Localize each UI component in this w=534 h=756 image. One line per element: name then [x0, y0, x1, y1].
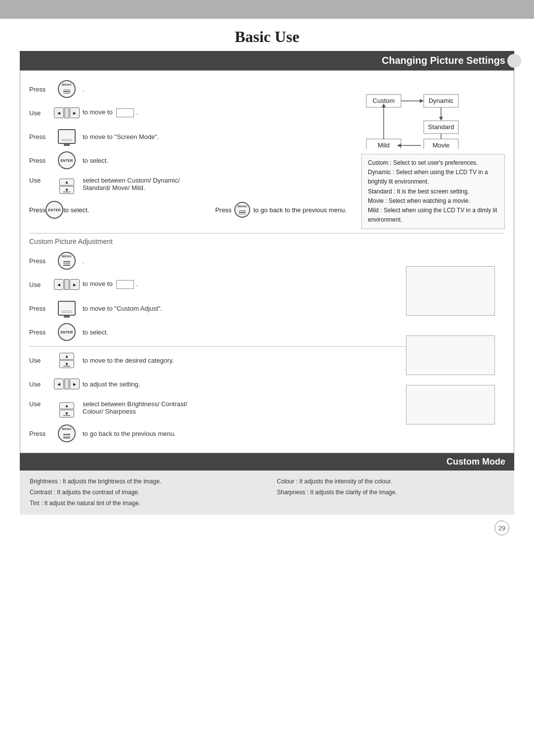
s2-menu-button-icon-2[interactable]: MENU — [58, 425, 76, 442]
instr-text-4: to select. — [80, 157, 347, 164]
s2-icon-ud-2: ▲ ▼ — [54, 400, 80, 419]
section2-instructions: Press MENU — [29, 251, 406, 448]
bottom-info-col1: Brightness : It adjusts the brightness o… — [30, 476, 257, 509]
section2-content: Custom Picture Adjustment Press MENU — [29, 237, 505, 448]
page-title-section: Basic Use — [0, 28, 534, 46]
section-divider-1 — [29, 233, 505, 234]
enter-button-icon[interactable]: ENTER — [58, 151, 76, 169]
instr-row-1: Press MENU . — [29, 80, 347, 98]
s2-text-8: to go back to the previous menu. — [80, 430, 406, 437]
instr-left-6: Press ENTER to select. — [29, 201, 215, 219]
page-title: Basic Use — [0, 28, 534, 46]
s2-instr-row-3: Press to move to "Custom Adjust". — [29, 299, 406, 318]
input-box-1 — [116, 108, 134, 117]
svg-text:Movie: Movie — [433, 142, 450, 149]
bottom-info-line3: Tint : It adjust the natural tint of the… — [30, 498, 257, 509]
instr-row-5: Use ▲ ▼ select between Custom/ Dynamic/S… — [29, 175, 347, 195]
enter-button-icon-2[interactable]: ENTER — [45, 201, 63, 219]
icon-screen-1 — [54, 129, 80, 144]
s2-icon-lr-1: ◄ ► — [54, 279, 80, 290]
icon-ud-1: ▲ ▼ — [54, 177, 80, 195]
instr-row-4: Press ENTER to select. — [29, 151, 347, 170]
icon-lr-1: ◄ ► — [54, 107, 80, 118]
s2-text-5: to move to the desired category. — [80, 357, 406, 364]
section-divider-2 — [29, 346, 406, 347]
section1-instructions: Press MENU . — [29, 80, 347, 229]
instr-text-1: . — [80, 86, 347, 93]
s2-label-3: Press — [29, 305, 54, 312]
instr-row-2: Use ◄ ► to move to . — [29, 103, 347, 122]
screen-button-icon[interactable] — [58, 129, 76, 144]
s2-text-6: to adjust the setting. — [80, 380, 406, 388]
menu-button-icon[interactable]: MENU — [58, 80, 76, 98]
bottom-info-line4: Colour : It adjusts the intensity of the… — [277, 476, 504, 487]
section3-header: Custom Mode — [20, 453, 514, 471]
bottom-info-line5: Sharpness : It adjusts the clarity of th… — [277, 487, 504, 498]
s2-icon-ud-1: ▲ ▼ — [54, 351, 80, 370]
svg-text:Custom: Custom — [373, 97, 395, 104]
press-text-6b: to go back to the previous menu. — [253, 206, 347, 214]
s2-lr-button-icon-2[interactable]: ◄ ► — [54, 378, 80, 389]
instr-label-5: Use — [29, 177, 54, 184]
s2-text-7: select between Brightness/ Contrast/Colo… — [80, 400, 406, 415]
top-bar — [0, 0, 534, 19]
section2-right — [406, 251, 505, 448]
s2-ud-button-icon-2[interactable]: ▲ ▼ — [58, 400, 76, 419]
main-content: Changing Picture Settings Press MENU — [20, 51, 514, 515]
s2-text-3: to move to "Custom Adjust". — [80, 305, 406, 312]
instr-row-6: Press ENTER to select. Press MENU — [29, 200, 347, 219]
svg-marker-3 — [420, 99, 424, 103]
s2-label-4: Press — [29, 329, 54, 336]
s2-label-5: Use — [29, 357, 54, 364]
s2-instr-row-4: Press ENTER to select. — [29, 323, 406, 341]
s2-menu-button-icon[interactable]: MENU — [58, 252, 76, 270]
s2-instr-row-7: Use ▲ ▼ select between Brightness/ Contr… — [29, 398, 406, 419]
instr-label-3: Press — [29, 133, 54, 141]
s2-text-1: . — [80, 257, 406, 265]
s2-instr-row-8: Press MENU — [29, 424, 406, 443]
desc-line-5: Mild : Select when using the LCD TV in a… — [368, 206, 498, 225]
s2-icon-enter-1: ENTER — [54, 323, 80, 341]
instr-text-3: to move to "Screen Mode". — [80, 133, 347, 141]
instr-label-4: Press — [29, 157, 54, 164]
instr-right-6: Press MENU to go back to the previous me… — [215, 202, 347, 218]
s2-label-1: Press — [29, 257, 54, 265]
icon-menu-1: MENU — [54, 80, 80, 98]
mode-desc-box: Custom : Select to set user's preference… — [361, 154, 505, 229]
img-placeholder-3 — [406, 385, 495, 425]
s2-icon-menu-2: MENU — [54, 425, 80, 442]
lr-button-icon[interactable]: ◄ ► — [54, 107, 80, 118]
s2-label-2: Use — [29, 281, 54, 288]
s2-lr-button-icon[interactable]: ◄ ► — [54, 279, 80, 290]
svg-text:Dynamic: Dynamic — [429, 97, 454, 104]
s2-icon-screen — [54, 301, 80, 316]
press-label-6b: Press — [215, 206, 231, 214]
ud-button-icon[interactable]: ▲ ▼ — [58, 177, 76, 195]
desc-line-2: Dynamic : Select when using the LCD TV i… — [368, 168, 498, 187]
section1-right: Custom Dynamic Standar — [347, 80, 505, 229]
section1-layout: Press MENU . — [29, 80, 505, 229]
s2-icon-lr-2: ◄ ► — [54, 378, 80, 389]
s2-enter-button-icon[interactable]: ENTER — [58, 323, 76, 341]
section1-content: Press MENU . — [20, 70, 514, 453]
s2-ud-button-icon[interactable]: ▲ ▼ — [58, 351, 76, 370]
instr-text-2: to move to . — [80, 108, 347, 117]
menu-button-icon-2[interactable]: MENU — [234, 202, 250, 218]
instr-row-3: Press to move to "Screen Mode". — [29, 127, 347, 146]
svg-marker-7 — [439, 117, 443, 121]
icon-enter-2: ENTER — [45, 201, 63, 219]
mode-diagram-section: Custom Dynamic Standar — [352, 87, 505, 229]
s2-screen-button-icon[interactable] — [58, 301, 76, 316]
s2-instr-row-1: Press MENU — [29, 251, 406, 270]
s2-instr-row-2: Use ◄ ► to move to . — [29, 275, 406, 294]
instr-label-6a: Press — [29, 206, 45, 214]
mode-diagram-svg: Custom Dynamic Standar — [361, 90, 510, 149]
header-circle — [507, 54, 521, 68]
img-placeholder-2 — [406, 335, 495, 375]
s2-instr-row-6: Use ◄ ► to adjust the setting. — [29, 375, 406, 393]
instr-text-5: select between Custom/ Dynamic/Standard/… — [80, 177, 347, 191]
desc-line-3: Standard : It is the best screen setting… — [368, 187, 498, 196]
s2-text-2: to move to . — [80, 280, 406, 289]
svg-text:Mild: Mild — [378, 142, 390, 149]
instr-label-1: Press — [29, 86, 54, 93]
